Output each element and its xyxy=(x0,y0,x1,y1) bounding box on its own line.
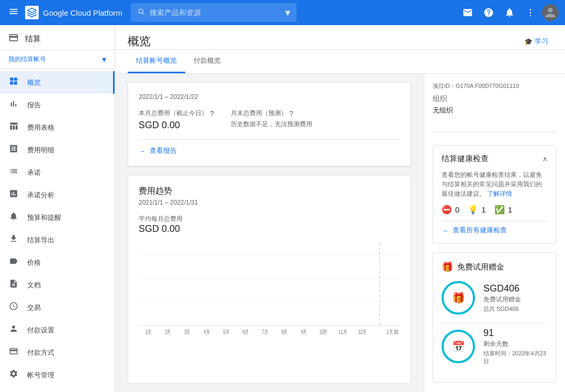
health-indicator-success: ✅ 1 xyxy=(494,205,512,215)
monthly-cost-help-icon[interactable]: ? xyxy=(210,109,214,118)
credit-label: 免费试用赠金 xyxy=(483,295,521,304)
search-input[interactable] xyxy=(150,8,281,17)
more-options-icon-button[interactable] xyxy=(521,3,540,22)
search-dropdown-icon[interactable]: ▾ xyxy=(285,6,290,19)
tab-billing-overview[interactable]: 结算帐号概览 xyxy=(128,50,185,73)
sidebar-payment-settings-label: 付款设置 xyxy=(27,326,54,335)
svg-text:4月: 4月 xyxy=(204,329,210,335)
sidebar-reports-label: 报告 xyxy=(27,100,41,110)
person-icon xyxy=(8,324,19,336)
credit-info: SGD406 免费试用赠金 总共 SGD406 xyxy=(483,283,521,313)
topbar-actions xyxy=(458,3,559,22)
sidebar-item-reports[interactable]: 报告 xyxy=(0,94,115,116)
content-area: 2022/1/1 – 2022/1/22 本月总费用（截止今日） ? SGD 0… xyxy=(115,74,565,392)
health-action-label: 查看所有健康检查 xyxy=(453,226,507,235)
trend-title: 费用趋势 xyxy=(139,186,400,197)
help-icon-button[interactable] xyxy=(479,3,498,22)
user-avatar[interactable] xyxy=(542,4,559,21)
credit-value: SGD406 xyxy=(483,283,521,294)
sidebar-item-cost-detail[interactable]: 费用明细 xyxy=(0,139,115,161)
sidebar-docs-label: 文档 xyxy=(27,281,41,290)
sidebar-item-transactions[interactable]: 交易 xyxy=(0,296,115,319)
sidebar-item-docs[interactable]: 文档 xyxy=(0,274,115,296)
svg-text:7月: 7月 xyxy=(262,329,268,335)
arrow-right-icon-2: → xyxy=(442,227,448,234)
health-learn-link[interactable]: 了解详情 xyxy=(487,190,512,197)
collapse-icon[interactable]: ∧ xyxy=(543,155,548,163)
analytics-icon xyxy=(8,189,19,201)
list-icon xyxy=(8,166,19,178)
gift-icon: 🎁 xyxy=(442,261,453,273)
svg-text:3月: 3月 xyxy=(184,329,190,335)
tab-payment-overview[interactable]: 付款概览 xyxy=(185,50,229,73)
sidebar-item-cost-table[interactable]: 费用表格 xyxy=(0,116,115,139)
sidebar-item-account-management[interactable]: 帐号管理 xyxy=(0,364,115,386)
sidebar-item-overview[interactable]: 概览 xyxy=(0,71,115,94)
content-right: 项目ID：G170A F00D770G01110 组织 无组织 结算健康检查 ∧… xyxy=(424,74,565,392)
mail-icon-button[interactable] xyxy=(458,3,477,22)
content-left: 2022/1/1 – 2022/1/22 本月总费用（截止今日） ? SGD 0… xyxy=(115,74,424,392)
health-card-header: 结算健康检查 ∧ xyxy=(442,154,548,164)
page-title: 概览 xyxy=(128,33,151,49)
divider-2 xyxy=(442,323,548,323)
svg-text:10月: 10月 xyxy=(319,329,327,335)
monthly-cost-row: 本月总费用（截止今日） ? SGD 0.00 月末总费用（预测） ? 历史数据不… xyxy=(139,109,400,131)
forecast-col: 月末总费用（预测） ? 历史数据不足，无法预测费用 xyxy=(231,109,312,131)
error-icon: ⛔ xyxy=(442,205,452,215)
health-indicator-error: ⛔ 0 xyxy=(442,205,459,215)
view-health-checks-action[interactable]: → 查看所有健康检查 xyxy=(442,221,548,235)
topbar: Google Cloud Platform ▾ xyxy=(0,0,565,25)
health-check-card: 结算健康检查 ∧ 查看您的帐号健康检查结果，以避免与结算相关的常见问题并采用我们… xyxy=(433,145,557,244)
forecast-sub: 历史数据不足，无法预测费用 xyxy=(231,120,312,129)
sidebar-item-payment-settings[interactable]: 付款设置 xyxy=(0,319,115,341)
sidebar-item-budget-alerts[interactable]: 预算和提醒 xyxy=(0,206,115,229)
project-info: 项目ID：G170A F00D770G01110 组织 无组织 xyxy=(433,82,557,115)
monthly-cost-label: 本月总费用（截止今日） ? xyxy=(139,109,214,118)
health-indicators: ⛔ 0 💡 1 ✅ 1 xyxy=(442,205,548,215)
success-icon: ✅ xyxy=(494,205,505,215)
account-label: 我的结算帐号 xyxy=(8,55,100,64)
account-dropdown-icon: ▾ xyxy=(102,54,106,64)
svg-text:8月: 8月 xyxy=(281,329,287,335)
monthly-cost-col: 本月总费用（截止今日） ? SGD 0.00 xyxy=(139,109,214,131)
main-content: 概览 🎓 学习 结算帐号概览 付款概览 2022/1/ xyxy=(115,25,565,392)
calendar-circle-icon: 📅 xyxy=(452,340,465,353)
label-icon xyxy=(8,256,19,268)
sidebar-item-pricing[interactable]: 价格 xyxy=(0,251,115,274)
sidebar-account-management-label: 帐号管理 xyxy=(27,371,54,380)
sidebar-navigation: 概览 报告 费用表格 xyxy=(0,69,115,388)
success-count: 1 xyxy=(508,205,512,214)
gift-circle-icon: 🎁 xyxy=(452,292,465,304)
days-label: 剩余天数 xyxy=(483,340,548,349)
notifications-icon-button[interactable] xyxy=(500,3,519,22)
days-circle: 📅 xyxy=(442,330,475,363)
download-icon xyxy=(8,234,19,246)
view-report-action[interactable]: → 查看报告 xyxy=(139,139,400,155)
sidebar-item-payment-method[interactable]: 付款方式 xyxy=(0,341,115,364)
svg-text:12月: 12月 xyxy=(358,329,366,335)
description-icon xyxy=(8,279,19,291)
trend-avg-value: SGD 0.00 xyxy=(139,223,400,234)
sidebar-item-export[interactable]: 结算导出 xyxy=(0,229,115,251)
graduation-icon: 🎓 xyxy=(524,38,533,46)
sidebar-item-commitment-analysis[interactable]: 承诺分析 xyxy=(0,184,115,206)
svg-text:$0: $0 xyxy=(394,329,398,335)
sidebar-section-title: 结算 xyxy=(25,34,41,44)
free-trial-card: 🎁 免费试用赠金 🎁 SGD406 免费试用赠金 总共 SGD406 xyxy=(433,252,557,383)
search-bar[interactable]: ▾ xyxy=(131,3,297,22)
gcp-logo-icon xyxy=(25,6,39,19)
learn-button[interactable]: 🎓 学习 xyxy=(520,35,552,48)
forecast-help-icon[interactable]: ? xyxy=(289,109,293,118)
menu-icon[interactable] xyxy=(6,4,21,21)
billing-account-selector[interactable]: 我的结算帐号 ▾ xyxy=(0,50,115,69)
svg-text:2月: 2月 xyxy=(165,329,171,335)
sidebar-export-label: 结算导出 xyxy=(27,236,54,245)
tabs-bar: 结算帐号概览 付款概览 xyxy=(115,50,565,74)
topbar-logo[interactable]: Google Cloud Platform xyxy=(25,6,122,19)
sidebar-item-commitments[interactable]: 承诺 xyxy=(0,161,115,184)
cost-trend-card: 费用趋势 2021/1/1 – 2022/1/31 平均每月总费用 SGD 0.… xyxy=(128,175,411,384)
divider-1 xyxy=(433,132,557,132)
forecast-label: 月末总费用（预测） ? xyxy=(231,109,312,118)
sidebar-transactions-label: 交易 xyxy=(27,303,41,312)
health-card-title: 结算健康检查 xyxy=(442,154,489,164)
